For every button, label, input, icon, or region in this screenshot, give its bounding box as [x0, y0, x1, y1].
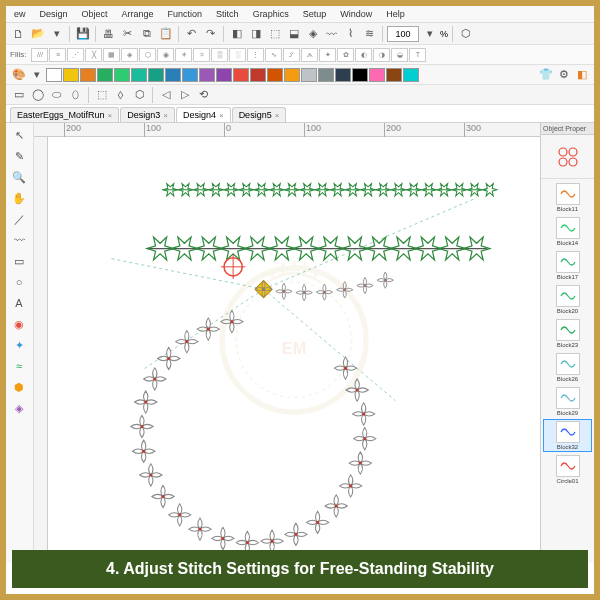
fill-tool-icon[interactable]: ◉ [8, 314, 30, 334]
shape-tool-icon[interactable]: ▭ [10, 86, 27, 103]
tool-icon[interactable]: ◧ [228, 25, 245, 42]
paste-icon[interactable]: 📋 [157, 25, 174, 42]
color-swatch[interactable] [148, 68, 164, 82]
color-swatch[interactable] [199, 68, 215, 82]
fill-pattern[interactable]: ░ [229, 48, 246, 62]
fill-pattern[interactable]: ⋮ [247, 48, 264, 62]
document-tab[interactable]: EasterEggs_MotifRun× [10, 107, 119, 122]
color-swatch[interactable] [369, 68, 385, 82]
close-tab-icon[interactable]: × [108, 111, 113, 120]
color-swatch[interactable] [301, 68, 317, 82]
shape-tool-icon[interactable]: ⬚ [93, 86, 110, 103]
color-swatch[interactable] [216, 68, 232, 82]
menu-graphics[interactable]: Graphics [253, 9, 289, 19]
block-item[interactable]: Block14 [543, 215, 592, 248]
color-swatch[interactable] [80, 68, 96, 82]
color-swatch[interactable] [284, 68, 300, 82]
block-item[interactable]: Circle01 [543, 453, 592, 486]
arrow-left-icon[interactable]: ◁ [157, 86, 174, 103]
color-swatch[interactable] [233, 68, 249, 82]
palette-dropdown-icon[interactable]: ▾ [28, 66, 45, 83]
color-swatch[interactable] [267, 68, 283, 82]
fill-pattern[interactable]: /// [31, 48, 48, 62]
color-swatch[interactable] [63, 68, 79, 82]
menu-stitch[interactable]: Stitch [216, 9, 239, 19]
copy-icon[interactable]: ⧉ [138, 25, 155, 42]
document-tab[interactable]: Design5× [232, 107, 287, 122]
zoom-input[interactable]: 100 [387, 26, 419, 42]
menu-design[interactable]: Design [40, 9, 68, 19]
recent-icon[interactable]: ▾ [48, 25, 65, 42]
text-tool-icon[interactable]: A [8, 293, 30, 313]
block-item[interactable]: Block32 [543, 419, 592, 452]
zoom-tool-icon[interactable]: 🔍 [8, 167, 30, 187]
color-swatch[interactable] [97, 68, 113, 82]
stitch-tool-icon[interactable]: ≈ [8, 356, 30, 376]
motif-tool-icon[interactable]: ✦ [8, 335, 30, 355]
redo-icon[interactable]: ↷ [202, 25, 219, 42]
shape-tool-icon[interactable]: ◊ [112, 86, 129, 103]
tool-icon[interactable]: ◈ [8, 398, 30, 418]
fill-pattern[interactable]: ∿ [265, 48, 282, 62]
rect-tool-icon[interactable]: ▭ [8, 251, 30, 271]
document-tab[interactable]: Design4× [176, 107, 231, 122]
fill-pattern[interactable]: ◐ [355, 48, 372, 62]
fill-pattern[interactable]: ⩕ [301, 48, 318, 62]
block-item[interactable]: Block23 [543, 317, 592, 350]
tool-icon[interactable]: 〰 [323, 25, 340, 42]
fill-pattern[interactable]: ◑ [373, 48, 390, 62]
palette-icon[interactable]: ◧ [573, 66, 590, 83]
color-swatch[interactable] [352, 68, 368, 82]
shape-tool-icon[interactable]: ⬡ [131, 86, 148, 103]
fill-pattern[interactable]: T [409, 48, 426, 62]
line-tool-icon[interactable]: ／ [8, 209, 30, 229]
color-swatch[interactable] [182, 68, 198, 82]
color-swatch[interactable] [165, 68, 181, 82]
menu-arrange[interactable]: Arrange [122, 9, 154, 19]
tool-icon[interactable]: ◨ [247, 25, 264, 42]
arrow-right-icon[interactable]: ▷ [176, 86, 193, 103]
shape-tool-icon[interactable]: ◯ [29, 86, 46, 103]
block-item[interactable]: Block20 [543, 283, 592, 316]
menu-setup[interactable]: Setup [303, 9, 327, 19]
fill-pattern[interactable]: ▦ [103, 48, 120, 62]
fill-pattern[interactable]: ◈ [121, 48, 138, 62]
tool-icon[interactable]: ⬚ [266, 25, 283, 42]
new-file-icon[interactable]: 🗋 [10, 25, 27, 42]
cut-icon[interactable]: ✂ [119, 25, 136, 42]
tool-icon[interactable]: ⌇ [342, 25, 359, 42]
zoom-dropdown-icon[interactable]: ▾ [421, 25, 438, 42]
tool-icon[interactable]: ≋ [361, 25, 378, 42]
fill-pattern[interactable]: ╳ [85, 48, 102, 62]
fill-pattern[interactable]: ◒ [391, 48, 408, 62]
block-item[interactable]: Block17 [543, 249, 592, 282]
fill-pattern[interactable]: ≡ [49, 48, 66, 62]
color-swatch[interactable] [250, 68, 266, 82]
color-swatch[interactable] [403, 68, 419, 82]
select-tool-icon[interactable]: ↖ [8, 125, 30, 145]
save-icon[interactable]: 💾 [74, 25, 91, 42]
color-swatch[interactable] [46, 68, 62, 82]
close-tab-icon[interactable]: × [275, 111, 280, 120]
curve-tool-icon[interactable]: 〰 [8, 230, 30, 250]
palette-tool-icon[interactable]: 🎨 [10, 66, 27, 83]
color-swatch[interactable] [318, 68, 334, 82]
color-swatch[interactable] [131, 68, 147, 82]
fill-pattern[interactable]: ✦ [319, 48, 336, 62]
close-tab-icon[interactable]: × [163, 111, 168, 120]
settings-icon[interactable]: ⚙ [555, 66, 572, 83]
fill-pattern[interactable]: ⫽ [283, 48, 300, 62]
pan-tool-icon[interactable]: ✋ [8, 188, 30, 208]
menu-window[interactable]: Window [340, 9, 372, 19]
open-file-icon[interactable]: 📂 [29, 25, 46, 42]
fill-pattern[interactable]: ◉ [157, 48, 174, 62]
tool-icon[interactable]: ⬡ [457, 25, 474, 42]
color-swatch[interactable] [386, 68, 402, 82]
block-item[interactable]: Block26 [543, 351, 592, 384]
fill-pattern[interactable]: ⋰ [67, 48, 84, 62]
fill-pattern[interactable]: ✿ [337, 48, 354, 62]
menu-object[interactable]: Object [82, 9, 108, 19]
reshape-tool-icon[interactable]: ✎ [8, 146, 30, 166]
circle-tool-icon[interactable]: ○ [8, 272, 30, 292]
tool-icon[interactable]: ⬢ [8, 377, 30, 397]
